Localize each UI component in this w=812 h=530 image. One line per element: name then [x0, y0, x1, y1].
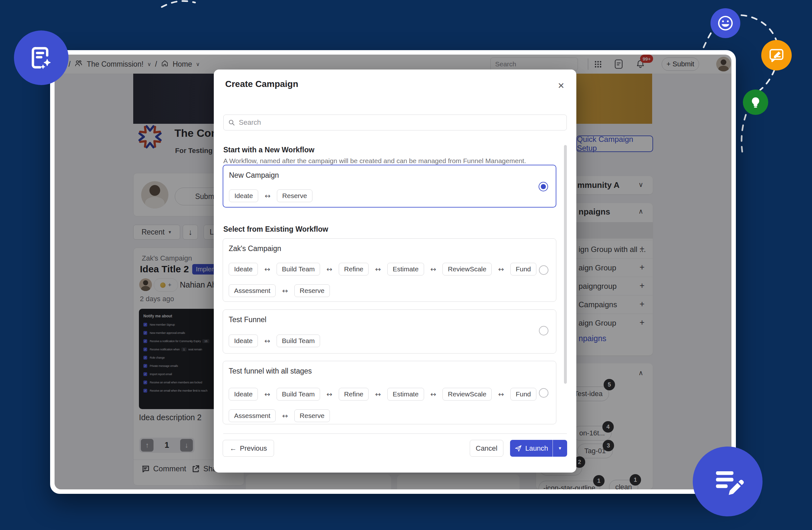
- workflow-card-title: Test funnel with all stages: [229, 367, 312, 375]
- workflow-stage: ↔: [431, 265, 436, 273]
- workflow-stage: ↔: [375, 265, 381, 273]
- workflow-stage: Reserve: [294, 284, 330, 297]
- app-page: / The Commission! ∨ / Home ∨: [55, 55, 731, 489]
- workflow-stage: Build Team: [277, 388, 320, 401]
- workflow-stage: ↔: [264, 192, 270, 200]
- notes-sparkle-icon: [14, 30, 69, 85]
- launch-dropdown-button[interactable]: ▼: [553, 440, 567, 457]
- workflow-stage: ↔: [431, 390, 436, 398]
- workflow-stage: ReviewScale: [443, 388, 492, 401]
- workflow-stage: ReviewScale: [443, 263, 492, 275]
- new-workflow-subheading: A Workflow, named after the campaign wil…: [223, 157, 526, 165]
- search-icon: [228, 119, 235, 126]
- workflow-stage: Ideate: [229, 263, 258, 275]
- workflow-stage: ↔: [327, 265, 332, 273]
- workflow-row: Ideate↔Build Team↔Refine↔Estimate↔Review…: [229, 388, 549, 401]
- radio-unselected[interactable]: [539, 388, 548, 398]
- workflow-stages: Ideate↔Reserve: [229, 189, 313, 202]
- paper-plane-icon: [514, 445, 522, 452]
- workflow-stage: Estimate: [387, 388, 424, 401]
- app-window: / The Commission! ∨ / Home ∨: [50, 50, 736, 494]
- workflow-row: Ideate↔Reserve: [229, 189, 313, 202]
- workflow-stage: ↔: [327, 390, 332, 398]
- workflow-stage: ↔: [264, 390, 270, 398]
- workflow-row: Assessment↔Reserve: [229, 284, 549, 297]
- workflow-stage: Assessment: [229, 410, 276, 422]
- workflow-row: Ideate↔Build Team↔Refine↔Estimate↔Review…: [229, 263, 549, 275]
- radio-unselected[interactable]: [539, 265, 548, 275]
- workflow-stage: ↔: [282, 287, 288, 295]
- workflow-search-input[interactable]: [238, 118, 562, 127]
- cancel-button[interactable]: Cancel: [470, 440, 503, 457]
- workflow-card[interactable]: Test Funnel Ideate↔Build Team: [223, 310, 556, 354]
- workflow-stage: Refine: [339, 263, 369, 275]
- workflow-stage: Fund: [510, 388, 536, 401]
- workflow-row: Ideate↔Build Team: [229, 334, 320, 347]
- workflow-row: Assessment↔Reserve: [229, 410, 549, 422]
- workflow-card-title: New Campaign: [229, 171, 279, 180]
- workflow-stages: Ideate↔Build Team↔Refine↔Estimate↔Review…: [229, 388, 549, 422]
- compose-list-icon: [693, 446, 763, 516]
- workflow-stage: Ideate: [229, 334, 258, 347]
- radio-selected[interactable]: [539, 182, 548, 191]
- workflow-stage: ↔: [498, 390, 504, 398]
- workflow-stage: Estimate: [387, 263, 424, 275]
- workflow-search[interactable]: [223, 115, 567, 130]
- previous-button[interactable]: ← Previous: [223, 440, 274, 457]
- workflow-stage: Assessment: [229, 284, 276, 297]
- workflow-card-title: Zak's Campaign: [229, 244, 281, 253]
- new-workflow-heading: Start with a New Workflow: [223, 146, 314, 154]
- workflow-card-title: Test Funnel: [229, 315, 266, 324]
- workflow-stage: Ideate: [229, 388, 258, 401]
- create-campaign-modal: Create Campaign ✕ Start with a New Workf…: [214, 70, 576, 473]
- workflow-stages: Ideate↔Build Team: [229, 334, 320, 347]
- workflow-stage: ↔: [282, 412, 288, 420]
- workflow-stage: Refine: [339, 388, 369, 401]
- workflow-stage: ↔: [264, 265, 270, 273]
- radio-unselected[interactable]: [539, 326, 548, 335]
- existing-workflow-heading: Select from Existing Workflow: [223, 225, 328, 233]
- lightbulb-icon: [743, 89, 768, 115]
- new-campaign-card[interactable]: New Campaign Ideate↔Reserve: [223, 165, 556, 207]
- workflow-card[interactable]: Test funnel with all stages Ideate↔Build…: [223, 361, 556, 424]
- modal-title: Create Campaign: [225, 79, 298, 89]
- workflow-stage: ↔: [375, 390, 381, 398]
- workflow-stage: Build Team: [277, 263, 320, 275]
- caret-down-icon: ▼: [558, 446, 562, 451]
- back-arrow-icon: ←: [230, 444, 237, 453]
- workflow-card[interactable]: Zak's Campaign Ideate↔Build Team↔Refine↔…: [223, 238, 556, 302]
- previous-label: Previous: [240, 444, 267, 453]
- feedback-image-icon: [761, 40, 792, 70]
- workflow-stage: Fund: [510, 263, 536, 275]
- workflow-stage: Reserve: [277, 189, 313, 202]
- close-icon[interactable]: ✕: [556, 80, 566, 91]
- launch-label: Launch: [525, 444, 548, 453]
- modal-scrollbar[interactable]: [564, 145, 567, 384]
- workflow-stage: ↔: [498, 265, 504, 273]
- footer-divider: [223, 433, 567, 434]
- launch-button[interactable]: Launch: [510, 440, 553, 457]
- workflow-stage: Reserve: [294, 410, 330, 422]
- workflow-stage: Ideate: [229, 189, 258, 202]
- workflow-stage: ↔: [264, 337, 270, 345]
- workflow-stage: Build Team: [277, 334, 320, 347]
- smiley-icon: [710, 8, 740, 38]
- workflow-stages: Ideate↔Build Team↔Refine↔Estimate↔Review…: [229, 263, 549, 297]
